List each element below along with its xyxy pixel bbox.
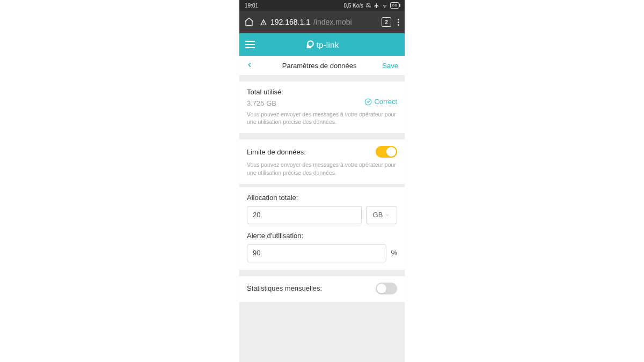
- allocation-input[interactable]: 20: [247, 206, 362, 224]
- bell-off-icon: [365, 3, 371, 9]
- monthly-stats-toggle[interactable]: [376, 283, 397, 294]
- alert-input[interactable]: 90: [247, 244, 386, 262]
- correct-label: Correct: [374, 98, 397, 106]
- alert-label: Alerte d'utilisation:: [247, 232, 397, 240]
- home-icon[interactable]: [244, 17, 254, 27]
- tplink-header: tp-link: [239, 33, 405, 56]
- svg-rect-3: [307, 47, 311, 48]
- hamburger-icon[interactable]: [239, 41, 261, 48]
- page-title: Paramètres de données: [257, 62, 382, 70]
- battery-text: 60: [392, 3, 397, 8]
- save-button[interactable]: Save: [382, 62, 398, 70]
- data-limit-label: Limite de données:: [247, 148, 306, 156]
- url-host: 192.168.1.1: [270, 18, 310, 26]
- monthly-stats-label: Statistiques mensuelles:: [247, 284, 322, 292]
- section-divider: [239, 133, 405, 139]
- browser-bar: 192.168.1.1/index.mobi 2: [239, 11, 405, 33]
- back-button[interactable]: [246, 61, 257, 70]
- status-time: 19:01: [245, 3, 258, 9]
- correct-button[interactable]: Correct: [364, 98, 397, 106]
- data-limit-desc: Vous pouvez envoyer des messages à votre…: [247, 161, 397, 176]
- tplink-brand-text: tp-link: [316, 40, 339, 49]
- alert-suffix: %: [391, 249, 397, 257]
- monthly-stats-section: Statistiques mensuelles:: [239, 276, 405, 302]
- url-bar[interactable]: 192.168.1.1/index.mobi: [260, 18, 376, 26]
- browser-menu-icon[interactable]: [397, 19, 400, 26]
- tplink-logo: tp-link: [261, 40, 405, 49]
- total-used-value: 3.725 GB: [247, 99, 276, 107]
- wifi-icon: [382, 3, 388, 9]
- insecure-icon: [260, 18, 267, 26]
- section-divider: [239, 75, 405, 82]
- status-right-cluster: 0,5 Ko/s 60: [343, 2, 399, 9]
- total-used-desc: Vous pouvez envoyer des messages à votre…: [247, 110, 397, 125]
- alert-value: 90: [253, 249, 260, 257]
- allocation-value: 20: [253, 211, 260, 219]
- section-divider: [239, 270, 405, 276]
- total-used-label: Total utilisé:: [247, 88, 397, 96]
- allocation-unit-select[interactable]: GB: [366, 206, 397, 224]
- status-data-rate: 0,5 Ko/s: [343, 3, 363, 9]
- allocation-unit-value: GB: [373, 211, 383, 219]
- page-header: Paramètres de données Save: [239, 56, 405, 75]
- total-used-section: Total utilisé: 3.725 GB Correct Vous pou…: [239, 82, 405, 133]
- chevron-down-icon: [385, 212, 390, 218]
- svg-point-1: [308, 41, 314, 47]
- data-limit-section: Limite de données: Vous pouvez envoyer d…: [239, 139, 405, 183]
- url-path: /index.mobi: [313, 18, 352, 26]
- empty-area: [239, 302, 405, 362]
- allocation-label: Allocation totale:: [247, 194, 397, 202]
- svg-point-0: [385, 7, 385, 8]
- tab-count-button[interactable]: 2: [382, 17, 391, 27]
- android-status-bar: 19:01 0,5 Ko/s 60: [239, 0, 405, 11]
- allocation-section: Allocation totale: 20 GB Alerte d'utilis…: [239, 187, 405, 270]
- airplane-icon: [374, 3, 379, 9]
- data-limit-toggle[interactable]: [376, 146, 397, 158]
- phone-frame: 19:01 0,5 Ko/s 60 192.1: [239, 0, 405, 362]
- battery-icon: 60: [390, 2, 399, 9]
- tab-count-value: 2: [385, 19, 388, 25]
